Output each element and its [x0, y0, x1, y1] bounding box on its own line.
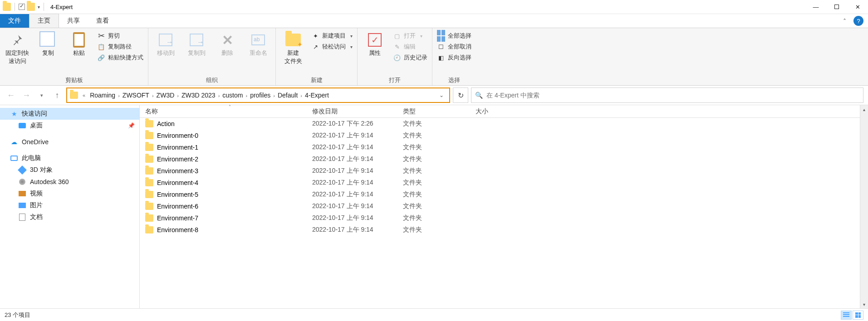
chevron-right-icon[interactable]: ›: [151, 93, 155, 98]
file-name: Environment-0: [157, 132, 198, 139]
move-to-button[interactable]: 移动到: [153, 30, 178, 57]
tab-file[interactable]: 文件: [0, 14, 29, 28]
copy-path-button[interactable]: 📋复制路径: [97, 43, 143, 51]
details-view-button[interactable]: [841, 311, 852, 320]
sidebar-item-autodesk[interactable]: Autodesk 360: [0, 176, 139, 188]
table-row[interactable]: Environment-52022-10-17 上午 9:14文件夹: [140, 189, 868, 200]
sidebar-item-this-pc[interactable]: 此电脑: [0, 152, 139, 164]
scroll-down-button[interactable]: ▾: [860, 300, 868, 308]
chevron-left-icon[interactable]: «: [82, 92, 86, 98]
column-size[interactable]: 大小: [470, 107, 534, 116]
copy-to-label: 复制到: [188, 49, 206, 57]
sidebar-item-quick-access[interactable]: ★快速访问: [0, 108, 139, 120]
navigation-pane[interactable]: ★快速访问 桌面📌 ☁OneDrive 此电脑 3D 对象 Autodesk 3…: [0, 105, 140, 308]
column-date[interactable]: 修改日期: [307, 107, 397, 116]
table-row[interactable]: Environment-62022-10-17 上午 9:14文件夹: [140, 200, 868, 212]
chevron-down-icon[interactable]: ▾: [37, 5, 41, 10]
delete-button[interactable]: ✕删除: [215, 30, 240, 57]
breadcrumb-segment[interactable]: ZWSOFT: [121, 92, 151, 99]
table-row[interactable]: Environment-42022-10-17 上午 9:14文件夹: [140, 177, 868, 189]
tab-view[interactable]: 查看: [88, 14, 117, 28]
folder-icon[interactable]: [27, 3, 35, 11]
scroll-up-button[interactable]: ▴: [860, 105, 868, 113]
breadcrumb-segment[interactable]: Default: [276, 92, 299, 99]
chevron-right-icon[interactable]: ›: [117, 93, 121, 98]
collapse-ribbon-button[interactable]: ˄: [838, 15, 852, 28]
table-row[interactable]: Environment-32022-10-17 上午 9:14文件夹: [140, 165, 868, 177]
chevron-right-icon[interactable]: ›: [245, 93, 248, 98]
search-input[interactable]: [486, 92, 859, 99]
table-row[interactable]: Environment-12022-10-17 上午 9:14文件夹: [140, 141, 868, 153]
address-dropdown-button[interactable]: ⌄: [436, 92, 446, 98]
file-date: 2022-10-17 上午 9:14: [307, 131, 397, 140]
paste-button[interactable]: 粘贴: [66, 30, 92, 57]
properties-button[interactable]: ✓属性: [362, 30, 387, 57]
search-box[interactable]: 🔍: [471, 88, 863, 103]
chevron-right-icon[interactable]: ›: [299, 93, 303, 98]
scrollbar[interactable]: ▴ ▾: [860, 105, 868, 308]
breadcrumb-segment[interactable]: 4-Expert: [303, 92, 331, 99]
address-row: ← → ▾ ↑ « Roaming›ZWSOFT›ZW3D›ZW3D 2023›…: [0, 86, 868, 105]
breadcrumb-segment[interactable]: ZW3D 2023: [180, 92, 217, 99]
back-button[interactable]: ←: [5, 89, 17, 102]
column-headers[interactable]: 名称 ˄ 修改日期 类型 大小: [140, 105, 868, 118]
file-date: 2022-10-17 上午 9:14: [307, 190, 397, 199]
sidebar-item-pictures[interactable]: 图片: [0, 199, 139, 211]
folder-icon: [70, 92, 78, 99]
address-bar[interactable]: « Roaming›ZWSOFT›ZW3D›ZW3D 2023›custom›p…: [66, 88, 450, 103]
invert-selection-icon: ◧: [437, 54, 445, 62]
file-date: 2022-10-17 上午 9:14: [307, 202, 397, 210]
breadcrumb-segment[interactable]: Roaming: [88, 92, 117, 99]
recent-locations-button[interactable]: ▾: [35, 89, 48, 102]
chevron-right-icon[interactable]: ›: [176, 93, 180, 98]
breadcrumb-segment[interactable]: ZW3D: [155, 92, 177, 99]
sidebar-item-3d[interactable]: 3D 对象: [0, 164, 139, 176]
help-button[interactable]: ?: [853, 16, 863, 26]
select-none-button[interactable]: ☐全部取消: [437, 43, 471, 51]
cut-button[interactable]: ✂剪切: [97, 32, 143, 40]
sidebar-item-desktop[interactable]: 桌面📌: [0, 120, 139, 131]
sidebar-item-videos[interactable]: 视频: [0, 188, 139, 199]
chevron-right-icon[interactable]: ›: [272, 93, 276, 98]
file-name: Environment-7: [157, 214, 198, 222]
pc-icon: [10, 154, 18, 162]
select-all-button[interactable]: 全部选择: [437, 32, 471, 40]
open-button[interactable]: ▢打开▾: [393, 32, 427, 40]
sidebar-label: 桌面: [30, 122, 43, 130]
edit-button[interactable]: ✎编辑: [393, 43, 427, 51]
column-type[interactable]: 类型: [397, 107, 470, 116]
pin-to-quick-access-button[interactable]: 固定到快 速访问: [5, 30, 30, 65]
tab-share[interactable]: 共享: [59, 14, 88, 28]
table-row[interactable]: Environment-72022-10-17 上午 9:14文件夹: [140, 212, 868, 224]
table-row[interactable]: Environment-22022-10-17 上午 9:14文件夹: [140, 153, 868, 165]
table-row[interactable]: Environment-82022-10-17 上午 9:14文件夹: [140, 224, 868, 236]
table-row[interactable]: Action2022-10-17 下午 2:26文件夹: [140, 118, 868, 130]
maximize-button[interactable]: [826, 0, 847, 14]
new-folder-button[interactable]: 新建 文件夹: [280, 30, 306, 65]
forward-button[interactable]: →: [20, 89, 33, 102]
sidebar-item-onedrive[interactable]: ☁OneDrive: [0, 136, 139, 148]
new-item-button[interactable]: ✦新建项目▾: [311, 32, 353, 40]
table-row[interactable]: Environment-02022-10-17 上午 9:14文件夹: [140, 130, 868, 141]
refresh-button[interactable]: ↻: [453, 88, 468, 103]
paste-shortcut-button[interactable]: 🔗粘贴快捷方式: [97, 54, 143, 62]
easy-access-button[interactable]: ↗轻松访问▾: [311, 43, 353, 51]
history-button[interactable]: 🕘历史记录: [393, 54, 427, 62]
rename-button[interactable]: 重命名: [245, 30, 271, 57]
separator: [44, 3, 44, 11]
copy-button[interactable]: 复制: [35, 30, 61, 57]
close-button[interactable]: ✕: [847, 0, 868, 14]
file-rows[interactable]: Action2022-10-17 下午 2:26文件夹Environment-0…: [140, 118, 868, 308]
breadcrumb-segment[interactable]: profiles: [248, 92, 272, 99]
breadcrumb-segment[interactable]: custom: [221, 92, 245, 99]
icons-view-button[interactable]: [853, 311, 863, 320]
folder-icon: [3, 3, 11, 11]
minimize-button[interactable]: —: [805, 0, 826, 14]
sidebar-item-documents[interactable]: 文档: [0, 211, 139, 223]
tab-home[interactable]: 主页: [29, 14, 59, 28]
properties-qat-icon[interactable]: [19, 4, 25, 10]
sidebar-label: 图片: [30, 201, 43, 209]
copy-to-button[interactable]: 复制到: [184, 30, 209, 57]
invert-selection-button[interactable]: ◧反向选择: [437, 54, 471, 62]
up-button[interactable]: ↑: [51, 89, 64, 102]
